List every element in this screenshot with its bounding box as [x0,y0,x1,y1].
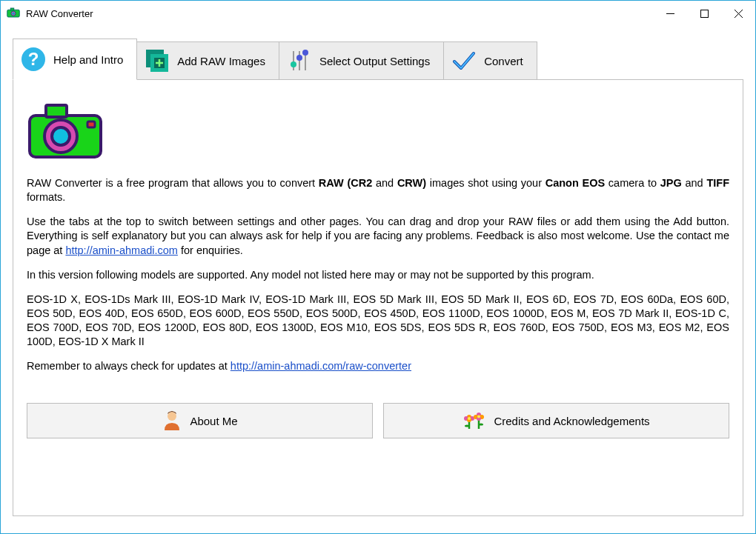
window-title: RAW Converter [26,8,93,19]
tab-label: Add RAW Images [177,55,265,67]
tab-bar: ? Help and Intro Add RAW Images [13,39,743,80]
app-icon [7,7,20,21]
tab-label: Help and Intro [53,53,123,66]
close-button[interactable] [721,1,755,27]
svg-point-26 [168,412,176,421]
add-images-icon [145,48,170,73]
intro-paragraph-1: RAW Converter is a free program that all… [27,176,729,204]
credits-button[interactable]: Credits and Acknowledgements [383,403,729,438]
tab-help-intro[interactable]: ? Help and Intro [13,39,137,80]
main-content: ? Help and Intro Add RAW Images [1,27,755,525]
about-me-button[interactable]: About Me [27,403,373,438]
tab-output-settings[interactable]: Select Output Settings [279,41,444,80]
person-icon [162,410,182,433]
updates-link[interactable]: http://amin-ahmadi.com/raw-converter [231,360,411,372]
button-label: Credits and Acknowledgements [494,415,649,427]
tab-convert[interactable]: Convert [444,41,537,80]
tab-label: Convert [484,55,523,67]
svg-point-39 [465,424,469,427]
svg-point-3 [12,12,14,14]
tab-add-raw[interactable]: Add RAW Images [137,41,279,80]
svg-rect-1 [10,8,14,10]
camera-icon [27,102,107,160]
supported-models-list: EOS-1D X, EOS-1Ds Mark III, EOS-1D Mark … [27,293,729,350]
tab-panel-help: RAW Converter is a free program that all… [13,79,743,516]
tab-label: Select Output Settings [319,55,430,67]
checkmark-icon [451,48,477,73]
contact-link[interactable]: http://amin-ahmadi.com [65,244,178,256]
sliders-icon [287,48,312,73]
minimize-button[interactable] [653,1,687,27]
intro-paragraph-3: In this version following models are sup… [27,268,729,282]
svg-rect-5 [700,10,708,18]
svg-point-18 [291,61,296,67]
help-icon: ? [21,47,46,72]
svg-point-33 [468,417,471,420]
svg-rect-25 [87,121,95,127]
svg-rect-22 [46,105,67,117]
title-bar: RAW Converter [1,1,755,27]
intro-paragraph-5: Remember to always check for updates at … [27,359,729,373]
svg-point-20 [302,50,308,56]
maximize-button[interactable] [687,1,721,27]
svg-point-38 [477,415,480,418]
svg-text:?: ? [28,49,39,69]
svg-point-40 [479,423,483,425]
intro-paragraph-2: Use the tabs at the top to switch betwee… [27,215,729,257]
svg-point-24 [52,127,70,145]
bottom-button-row: About Me [27,403,729,438]
button-label: About Me [190,415,237,427]
svg-point-19 [296,55,302,61]
flowers-icon [462,410,486,433]
